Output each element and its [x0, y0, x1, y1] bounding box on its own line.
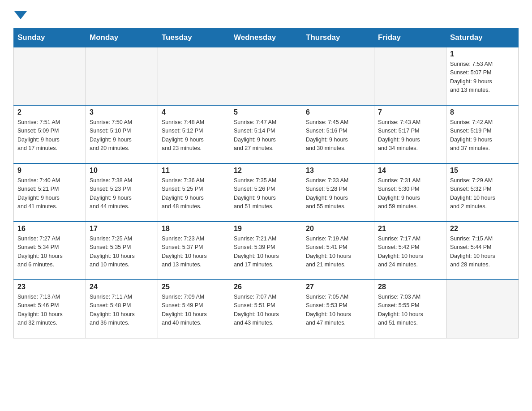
- day-number: 8: [450, 108, 515, 116]
- day-number: 27: [306, 283, 370, 291]
- day-info: Sunrise: 7:53 AM Sunset: 5:07 PM Dayligh…: [450, 60, 515, 95]
- logo: [13, 9, 27, 19]
- calendar-day-cell: 26Sunrise: 7:07 AM Sunset: 5:51 PM Dayli…: [230, 280, 302, 338]
- day-info: Sunrise: 7:48 AM Sunset: 5:12 PM Dayligh…: [162, 118, 226, 153]
- calendar-day-cell: [302, 47, 374, 105]
- day-number: 24: [90, 283, 154, 291]
- day-info: Sunrise: 7:33 AM Sunset: 5:28 PM Dayligh…: [306, 176, 370, 211]
- day-number: 9: [17, 167, 82, 175]
- day-number: 26: [234, 283, 298, 291]
- day-number: 23: [17, 283, 82, 291]
- day-number: 17: [90, 225, 154, 233]
- calendar-day-cell: [14, 47, 86, 105]
- calendar-day-cell: [374, 47, 446, 105]
- calendar-day-cell: 1Sunrise: 7:53 AM Sunset: 5:07 PM Daylig…: [446, 47, 519, 105]
- day-number: 1: [450, 50, 515, 58]
- calendar-day-cell: 14Sunrise: 7:31 AM Sunset: 5:30 PM Dayli…: [374, 163, 446, 222]
- day-info: Sunrise: 7:27 AM Sunset: 5:34 PM Dayligh…: [17, 235, 82, 270]
- weekday-header-saturday: Saturday: [446, 29, 519, 47]
- day-info: Sunrise: 7:42 AM Sunset: 5:19 PM Dayligh…: [450, 118, 515, 153]
- day-number: 2: [17, 108, 82, 116]
- calendar-week-row: 23Sunrise: 7:13 AM Sunset: 5:46 PM Dayli…: [14, 280, 519, 338]
- calendar-week-row: 16Sunrise: 7:27 AM Sunset: 5:34 PM Dayli…: [14, 222, 519, 280]
- calendar-day-cell: 19Sunrise: 7:21 AM Sunset: 5:39 PM Dayli…: [230, 222, 302, 280]
- calendar-week-row: 9Sunrise: 7:40 AM Sunset: 5:21 PM Daylig…: [14, 163, 519, 222]
- day-info: Sunrise: 7:13 AM Sunset: 5:46 PM Dayligh…: [17, 293, 82, 328]
- calendar-day-cell: 17Sunrise: 7:25 AM Sunset: 5:35 PM Dayli…: [86, 222, 158, 280]
- day-number: 11: [162, 167, 226, 175]
- day-number: 15: [450, 167, 515, 175]
- calendar-day-cell: 11Sunrise: 7:36 AM Sunset: 5:25 PM Dayli…: [158, 163, 230, 222]
- calendar-week-row: 2Sunrise: 7:51 AM Sunset: 5:09 PM Daylig…: [14, 105, 519, 163]
- day-info: Sunrise: 7:17 AM Sunset: 5:42 PM Dayligh…: [378, 235, 442, 270]
- day-info: Sunrise: 7:40 AM Sunset: 5:21 PM Dayligh…: [17, 176, 82, 211]
- day-number: 6: [306, 108, 370, 116]
- day-number: 18: [162, 225, 226, 233]
- day-number: 19: [234, 225, 298, 233]
- calendar-day-cell: 2Sunrise: 7:51 AM Sunset: 5:09 PM Daylig…: [14, 105, 86, 163]
- calendar-day-cell: 22Sunrise: 7:15 AM Sunset: 5:44 PM Dayli…: [446, 222, 519, 280]
- calendar-day-cell: 24Sunrise: 7:11 AM Sunset: 5:48 PM Dayli…: [86, 280, 158, 338]
- day-number: 28: [378, 283, 442, 291]
- day-info: Sunrise: 7:25 AM Sunset: 5:35 PM Dayligh…: [90, 235, 154, 270]
- calendar-day-cell: 20Sunrise: 7:19 AM Sunset: 5:41 PM Dayli…: [302, 222, 374, 280]
- calendar-day-cell: [446, 280, 519, 338]
- weekday-header-friday: Friday: [374, 29, 446, 47]
- day-info: Sunrise: 7:11 AM Sunset: 5:48 PM Dayligh…: [90, 293, 154, 328]
- calendar-day-cell: 8Sunrise: 7:42 AM Sunset: 5:19 PM Daylig…: [446, 105, 519, 163]
- calendar-day-cell: 25Sunrise: 7:09 AM Sunset: 5:49 PM Dayli…: [158, 280, 230, 338]
- calendar-day-cell: 28Sunrise: 7:03 AM Sunset: 5:55 PM Dayli…: [374, 280, 446, 338]
- day-number: 20: [306, 225, 370, 233]
- weekday-header-wednesday: Wednesday: [230, 29, 302, 47]
- calendar-day-cell: [158, 47, 230, 105]
- calendar-day-cell: 15Sunrise: 7:29 AM Sunset: 5:32 PM Dayli…: [446, 163, 519, 222]
- calendar-day-cell: 23Sunrise: 7:13 AM Sunset: 5:46 PM Dayli…: [14, 280, 86, 338]
- calendar-day-cell: 3Sunrise: 7:50 AM Sunset: 5:10 PM Daylig…: [86, 105, 158, 163]
- calendar-day-cell: 12Sunrise: 7:35 AM Sunset: 5:26 PM Dayli…: [230, 163, 302, 222]
- day-info: Sunrise: 7:03 AM Sunset: 5:55 PM Dayligh…: [378, 293, 442, 328]
- day-info: Sunrise: 7:31 AM Sunset: 5:30 PM Dayligh…: [378, 176, 442, 211]
- day-number: 25: [162, 283, 226, 291]
- day-info: Sunrise: 7:21 AM Sunset: 5:39 PM Dayligh…: [234, 235, 298, 270]
- day-info: Sunrise: 7:50 AM Sunset: 5:10 PM Dayligh…: [90, 118, 154, 153]
- day-number: 3: [90, 108, 154, 116]
- day-info: Sunrise: 7:19 AM Sunset: 5:41 PM Dayligh…: [306, 235, 370, 270]
- page-header: [13, 9, 519, 19]
- calendar-day-cell: 9Sunrise: 7:40 AM Sunset: 5:21 PM Daylig…: [14, 163, 86, 222]
- day-info: Sunrise: 7:51 AM Sunset: 5:09 PM Dayligh…: [17, 118, 82, 153]
- weekday-header-sunday: Sunday: [14, 29, 86, 47]
- day-number: 22: [450, 225, 515, 233]
- calendar-day-cell: [230, 47, 302, 105]
- day-number: 7: [378, 108, 442, 116]
- day-info: Sunrise: 7:38 AM Sunset: 5:23 PM Dayligh…: [90, 176, 154, 211]
- day-number: 10: [90, 167, 154, 175]
- day-info: Sunrise: 7:47 AM Sunset: 5:14 PM Dayligh…: [234, 118, 298, 153]
- day-info: Sunrise: 7:36 AM Sunset: 5:25 PM Dayligh…: [162, 176, 226, 211]
- calendar-day-cell: 7Sunrise: 7:43 AM Sunset: 5:17 PM Daylig…: [374, 105, 446, 163]
- day-info: Sunrise: 7:15 AM Sunset: 5:44 PM Dayligh…: [450, 235, 515, 270]
- calendar-table: SundayMondayTuesdayWednesdayThursdayFrid…: [13, 28, 519, 338]
- weekday-header-monday: Monday: [86, 29, 158, 47]
- calendar-day-cell: 5Sunrise: 7:47 AM Sunset: 5:14 PM Daylig…: [230, 105, 302, 163]
- day-info: Sunrise: 7:43 AM Sunset: 5:17 PM Dayligh…: [378, 118, 442, 153]
- weekday-header-row: SundayMondayTuesdayWednesdayThursdayFrid…: [14, 29, 519, 47]
- calendar-day-cell: 4Sunrise: 7:48 AM Sunset: 5:12 PM Daylig…: [158, 105, 230, 163]
- day-number: 16: [17, 225, 82, 233]
- calendar-day-cell: [86, 47, 158, 105]
- calendar-day-cell: 10Sunrise: 7:38 AM Sunset: 5:23 PM Dayli…: [86, 163, 158, 222]
- calendar-day-cell: 21Sunrise: 7:17 AM Sunset: 5:42 PM Dayli…: [374, 222, 446, 280]
- weekday-header-tuesday: Tuesday: [158, 29, 230, 47]
- day-info: Sunrise: 7:09 AM Sunset: 5:49 PM Dayligh…: [162, 293, 226, 328]
- day-number: 4: [162, 108, 226, 116]
- day-number: 21: [378, 225, 442, 233]
- day-info: Sunrise: 7:05 AM Sunset: 5:53 PM Dayligh…: [306, 293, 370, 328]
- calendar-day-cell: 6Sunrise: 7:45 AM Sunset: 5:16 PM Daylig…: [302, 105, 374, 163]
- calendar-day-cell: 27Sunrise: 7:05 AM Sunset: 5:53 PM Dayli…: [302, 280, 374, 338]
- calendar-day-cell: 18Sunrise: 7:23 AM Sunset: 5:37 PM Dayli…: [158, 222, 230, 280]
- day-info: Sunrise: 7:23 AM Sunset: 5:37 PM Dayligh…: [162, 235, 226, 270]
- day-info: Sunrise: 7:35 AM Sunset: 5:26 PM Dayligh…: [234, 176, 298, 211]
- calendar-day-cell: 13Sunrise: 7:33 AM Sunset: 5:28 PM Dayli…: [302, 163, 374, 222]
- day-number: 14: [378, 167, 442, 175]
- day-info: Sunrise: 7:29 AM Sunset: 5:32 PM Dayligh…: [450, 176, 515, 211]
- day-number: 12: [234, 167, 298, 175]
